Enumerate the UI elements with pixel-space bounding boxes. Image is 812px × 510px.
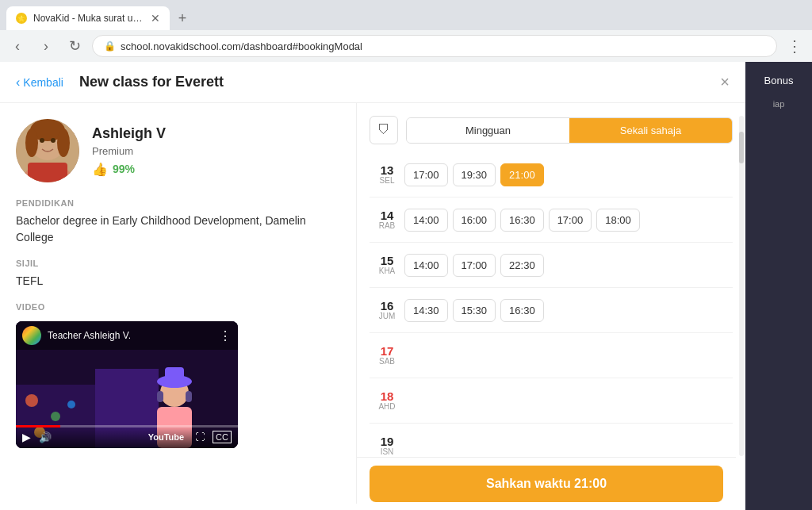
avatar-image — [16, 119, 79, 182]
time-slot-16-1630[interactable]: 16:30 — [500, 299, 544, 322]
weekly-tab-button[interactable]: Mingguan — [407, 118, 569, 143]
day-label-16: 16 JUM — [370, 300, 404, 320]
time-slot-13-1930[interactable]: 19:30 — [453, 163, 496, 186]
bonus-body: iap — [767, 99, 791, 109]
calendar-header: ⛉ Mingguan Sekali sahaja — [370, 116, 733, 144]
calendar-rows: 13 SEL 17:00 19:30 21:00 14 — [370, 155, 733, 504]
education-label: PENDIDIKAN — [16, 198, 340, 208]
youtube-logo: YouTube — [148, 432, 184, 442]
video-player[interactable]: Teacher Ashleigh V. ⋮ ▶ 🔊 YouTube ⛶ CC — [16, 321, 238, 448]
day-label-18: 18 AHD — [370, 390, 404, 411]
calendar-panel: ⛉ Mingguan Sekali sahaja 13 SEL — [357, 103, 745, 504]
teacher-tier: Premium — [92, 145, 340, 157]
lock-icon: 🔒 — [104, 40, 116, 52]
day-num-14: 14 — [370, 209, 404, 221]
filter-icon: ⛉ — [377, 123, 390, 137]
education-value: Bachelor degree in Early Childhood Devel… — [16, 213, 340, 246]
certificate-value: TEFL — [16, 273, 340, 290]
teacher-name: Ashleigh V — [92, 125, 340, 142]
time-slot-14-1600[interactable]: 16:00 — [453, 209, 496, 232]
calendar-row-16: 16 JUM 14:30 15:30 16:30 — [370, 291, 733, 329]
day-num-17: 17 — [370, 345, 404, 357]
tab-favicon: ⭐ — [16, 13, 27, 24]
video-label: VIDEO — [16, 302, 340, 312]
bonus-sidebar: Bonus iap — [745, 62, 812, 510]
once-tab-button[interactable]: Sekali sahaja — [569, 118, 732, 143]
confirm-button-container: Sahkan waktu 21:00 — [357, 457, 736, 510]
svg-point-15 — [67, 401, 75, 408]
svg-point-14 — [51, 412, 60, 421]
time-slots-13: 17:00 19:30 21:00 — [404, 163, 733, 186]
back-nav-button[interactable]: ‹ — [6, 35, 29, 57]
svg-rect-22 — [186, 391, 192, 402]
certificate-label: SIJIL — [16, 259, 340, 268]
url-text: school.novakidschool.com/dashboard#booki… — [121, 40, 362, 52]
modal-header: ‹ Kembali New class for Everett × — [0, 62, 745, 103]
forward-nav-button[interactable]: › — [35, 35, 57, 57]
day-label-13: 13 SEL — [370, 164, 404, 185]
thumbs-up-icon: 👍 — [92, 162, 108, 177]
calendar-scrollbar[interactable] — [739, 116, 744, 456]
rating-value: 99% — [113, 163, 135, 175]
page-background: ‹ Kembali New class for Everett × — [0, 62, 812, 510]
avatar — [16, 119, 79, 182]
video-title-text: Teacher Ashleigh V. — [48, 330, 213, 341]
day-label-17: 17 SAB — [370, 345, 404, 366]
close-button[interactable]: × — [720, 73, 730, 91]
volume-button[interactable]: 🔊 — [39, 431, 52, 443]
svg-rect-6 — [28, 163, 67, 182]
day-num-13: 13 — [370, 164, 404, 176]
time-slot-14-1700[interactable]: 17:00 — [549, 209, 592, 232]
day-abbr-18: AHD — [370, 402, 404, 411]
time-slot-15-1400[interactable]: 14:00 — [404, 254, 448, 277]
modal-title: New class for Everett — [79, 74, 720, 90]
svg-point-5 — [57, 128, 70, 157]
back-button[interactable]: ‹ Kembali — [16, 75, 63, 90]
day-label-19: 19 ISN — [370, 435, 404, 456]
active-tab[interactable]: ⭐ NovaKid - Muka surat utama ✕ — [6, 6, 170, 30]
address-bar-row: ‹ › ↻ 🔒 school.novakidschool.com/dashboa… — [0, 30, 812, 62]
tab-close-button[interactable]: ✕ — [151, 12, 160, 25]
time-slot-16-1430[interactable]: 14:30 — [404, 299, 448, 322]
modal-container: ‹ Kembali New class for Everett × — [0, 62, 745, 510]
day-label-14: 14 RAB — [370, 209, 404, 230]
day-num-16: 16 — [370, 300, 404, 312]
fullscreen-button[interactable]: ⛶ — [195, 431, 205, 443]
day-abbr-16: JUM — [370, 312, 404, 320]
modal-body: Ashleigh V Premium 👍 99% PENDIDIKAN Bach… — [0, 103, 745, 504]
subtitles-button[interactable]: CC — [213, 431, 232, 443]
time-slot-16-1530[interactable]: 15:30 — [453, 299, 496, 322]
calendar-row-17: 17 SAB — [370, 336, 733, 374]
day-abbr-19: ISN — [370, 447, 404, 456]
day-label-15: 15 KHA — [370, 255, 404, 275]
filter-button[interactable]: ⛉ — [370, 116, 398, 144]
svg-point-13 — [25, 394, 38, 407]
time-slot-13-1700[interactable]: 17:00 — [404, 163, 448, 186]
video-title-bar: Teacher Ashleigh V. ⋮ — [16, 321, 238, 350]
address-input[interactable]: 🔒 school.novakidschool.com/dashboard#boo… — [92, 35, 777, 57]
video-controls: ▶ 🔊 YouTube ⛶ CC — [16, 426, 238, 448]
teacher-rating: 👍 99% — [92, 162, 340, 177]
new-tab-button[interactable]: + — [173, 9, 192, 28]
back-label: Kembali — [23, 76, 63, 89]
video-options-icon[interactable]: ⋮ — [219, 328, 232, 343]
tab-bar: ⭐ NovaKid - Muka surat utama ✕ + — [0, 0, 812, 30]
teacher-info-panel: Ashleigh V Premium 👍 99% PENDIDIKAN Bach… — [0, 103, 357, 504]
browser-chrome: ⭐ NovaKid - Muka surat utama ✕ + ‹ › ↻ 🔒… — [0, 0, 812, 63]
time-slot-14-1630[interactable]: 16:30 — [500, 209, 544, 232]
tab-toggle: Mingguan Sekali sahaja — [406, 117, 733, 144]
play-button[interactable]: ▶ — [22, 431, 31, 443]
svg-point-8 — [51, 138, 56, 143]
menu-button[interactable]: ⋮ — [783, 35, 806, 57]
confirm-button[interactable]: Sahkan waktu 21:00 — [370, 466, 723, 502]
time-slots-14: 14:00 16:00 16:30 17:00 18:00 — [404, 209, 733, 232]
time-slot-15-1700[interactable]: 17:00 — [453, 254, 496, 277]
time-slot-13-2100[interactable]: 21:00 — [500, 163, 544, 186]
svg-point-7 — [40, 138, 44, 143]
time-slot-14-1800[interactable]: 18:00 — [596, 209, 640, 232]
calendar-row-18: 18 AHD — [370, 382, 733, 420]
time-slot-15-2230[interactable]: 22:30 — [500, 254, 544, 277]
time-slot-14-1400[interactable]: 14:00 — [404, 209, 448, 232]
reload-button[interactable]: ↻ — [63, 35, 86, 57]
day-num-19: 19 — [370, 435, 404, 447]
